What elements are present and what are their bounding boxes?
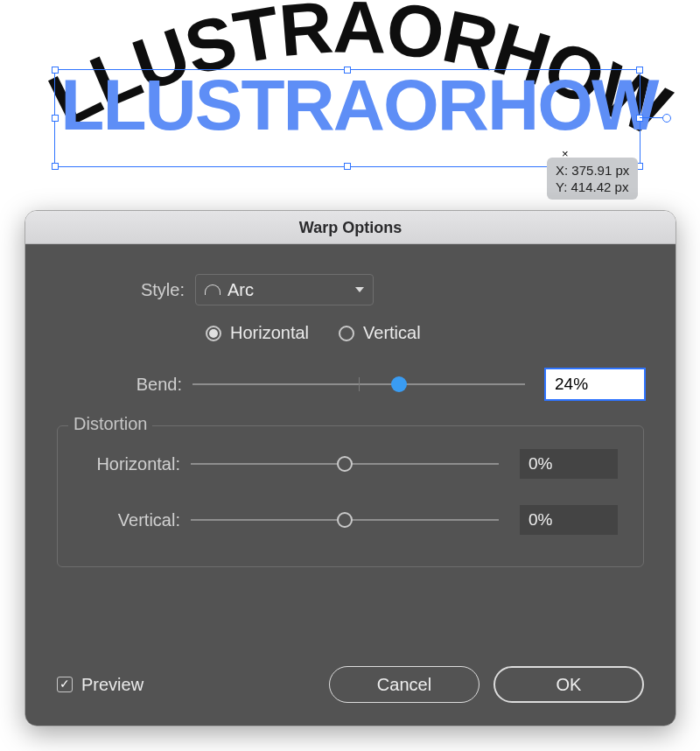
arc-style-icon <box>205 284 220 295</box>
selection-handle-tl[interactable] <box>52 67 59 74</box>
coord-y-value: 414.42 px <box>571 179 629 194</box>
radio-dot-icon <box>339 326 354 341</box>
selection-handle-ml[interactable] <box>52 115 59 122</box>
coord-x-label: X: <box>556 163 568 178</box>
distort-vertical-input[interactable] <box>520 505 618 535</box>
style-label: Style: <box>57 280 195 300</box>
selection-bounding-box[interactable] <box>54 69 640 167</box>
coord-x-value: 375.91 px <box>571 163 629 178</box>
cancel-button[interactable]: Cancel <box>329 666 480 703</box>
orientation-horizontal-label: Horizontal <box>230 323 309 343</box>
selection-handle-tm[interactable] <box>344 67 351 74</box>
orientation-vertical-radio[interactable]: Vertical <box>339 323 421 343</box>
bend-input[interactable] <box>546 369 644 399</box>
bend-label: Bend: <box>57 375 192 395</box>
style-value: Arc <box>228 280 254 300</box>
distort-horizontal-thumb[interactable] <box>337 456 353 472</box>
distort-horizontal-label: Horizontal: <box>79 454 191 474</box>
bend-slider-thumb[interactable] <box>391 376 407 392</box>
distort-vertical-slider[interactable] <box>191 511 499 529</box>
distort-horizontal-input[interactable] <box>520 449 618 479</box>
selection-handle-bl[interactable] <box>52 163 59 170</box>
selection-rotate-handle[interactable] <box>662 114 671 123</box>
selection-ext-line <box>640 117 664 118</box>
chevron-down-icon <box>355 287 364 292</box>
orientation-horizontal-radio[interactable]: Horizontal <box>206 323 309 343</box>
bend-slider[interactable] <box>192 376 525 393</box>
dialog-title: Warp Options <box>25 211 676 244</box>
distort-vertical-label: Vertical: <box>79 510 191 530</box>
selection-handle-bm[interactable] <box>344 163 351 170</box>
selection-handle-mr[interactable] <box>636 115 643 122</box>
slider-center-tick <box>359 377 360 391</box>
checkbox-icon <box>57 677 73 692</box>
distortion-group: Distortion Horizontal: Vertical: <box>57 425 644 567</box>
distort-vertical-thumb[interactable] <box>337 512 353 528</box>
style-select[interactable]: Arc <box>195 274 374 305</box>
coordinates-tooltip: X: 375.91 px Y: 414.42 px <box>547 158 638 200</box>
ok-button[interactable]: OK <box>494 666 644 703</box>
preview-checkbox[interactable]: Preview <box>57 675 144 695</box>
warp-options-dialog: Warp Options Style: Arc Horizontal <box>24 210 676 726</box>
distort-horizontal-slider[interactable] <box>191 455 499 473</box>
distortion-heading: Distortion <box>68 414 152 434</box>
preview-label: Preview <box>81 675 144 695</box>
orientation-vertical-label: Vertical <box>363 323 421 343</box>
coord-y-label: Y: <box>556 179 567 194</box>
radio-dot-icon <box>206 326 221 341</box>
selection-handle-tr[interactable] <box>636 67 643 74</box>
